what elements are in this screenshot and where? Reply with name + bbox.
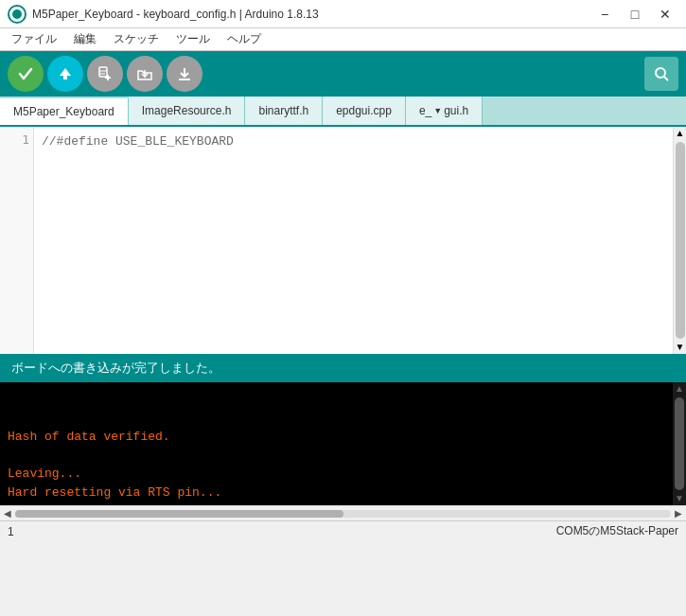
tab-binaryttf[interactable]: binaryttf.h (245, 97, 323, 125)
console-scroll-thumb[interactable] (675, 397, 684, 490)
horizontal-scrollbar[interactable]: ◀ ▶ (0, 505, 686, 520)
scroll-thumb-v[interactable] (676, 142, 685, 339)
console-line-5: Hard resetting via RTS pin... (8, 484, 665, 502)
console-line-4: Leaving... (8, 465, 665, 484)
console-scroll-down[interactable]: ▼ (673, 492, 686, 505)
upload-button[interactable] (47, 56, 83, 92)
console-content: Hash of data verified. Leaving... Hard r… (0, 382, 673, 505)
console-line-2: Hash of data verified. (8, 428, 665, 447)
app-logo-icon (8, 5, 26, 24)
svg-point-10 (656, 68, 665, 78)
tab-epdgui-cpp[interactable]: epdgui.cpp (323, 97, 406, 125)
scroll-down-arrow[interactable]: ▼ (674, 341, 687, 354)
h-scroll-track[interactable] (15, 510, 671, 518)
save-button[interactable] (167, 56, 202, 92)
editor-scrollbar-v[interactable]: ▲ ▼ (673, 127, 686, 354)
status-line-number: 1 (8, 525, 14, 538)
open-button[interactable] (127, 56, 163, 92)
close-button[interactable]: ✕ (652, 5, 678, 24)
title-bar: M5Paper_Keyboard - keyboard_config.h | A… (0, 0, 686, 28)
menu-tools[interactable]: ツール (168, 29, 218, 49)
code-editor[interactable]: //#define USE_BLE_KEYBOARD (34, 127, 673, 354)
console-line-3 (8, 447, 665, 466)
tab-m5paper-keyboard[interactable]: M5Paper_Keyboard (0, 98, 129, 127)
minimize-button[interactable]: − (591, 5, 618, 24)
tabs-bar: M5Paper_Keyboard ImageResource.h binaryt… (0, 97, 686, 127)
console-scroll-up[interactable]: ▲ (673, 382, 686, 396)
maximize-button[interactable]: □ (622, 5, 648, 24)
toolbar (0, 51, 686, 97)
scroll-left-arrow[interactable]: ◀ (2, 508, 13, 519)
scroll-right-arrow[interactable]: ▶ (673, 508, 684, 519)
h-scroll-thumb[interactable] (15, 510, 343, 518)
console-area: Hash of data verified. Leaving... Hard r… (0, 382, 686, 505)
line-number: 1 (4, 132, 29, 147)
window-title: M5Paper_Keyboard - keyboard_config.h | A… (32, 8, 319, 21)
console-line-1 (8, 410, 665, 429)
menu-edit[interactable]: 編集 (66, 29, 104, 49)
svg-line-11 (664, 77, 668, 80)
menu-help[interactable]: ヘルプ (220, 29, 269, 49)
status-board-info: COM5のM5Stack-Paper (556, 523, 678, 539)
verify-button[interactable] (8, 56, 44, 92)
line-numbers: 1 (0, 127, 34, 354)
status-bar: 1 COM5のM5Stack-Paper (0, 520, 686, 541)
svg-marker-2 (60, 68, 71, 76)
editor-area: 1 //#define USE_BLE_KEYBOARD ▲ ▼ (0, 127, 686, 354)
new-button[interactable] (87, 56, 123, 92)
menu-file[interactable]: ファイル (4, 29, 64, 49)
menu-bar: ファイル 編集 スケッチ ツール ヘルプ (0, 28, 686, 51)
svg-rect-4 (99, 67, 107, 77)
scroll-up-arrow[interactable]: ▲ (674, 127, 687, 140)
svg-rect-3 (63, 76, 67, 79)
search-button[interactable] (644, 57, 678, 91)
upload-status-text: ボードへの書き込みが完了しました。 (11, 360, 220, 377)
tab-epdgui-h[interactable]: e_ ▼ gui.h (406, 97, 483, 125)
window-controls: − □ ✕ (591, 5, 678, 24)
console-scrollbar[interactable]: ▲ ▼ (673, 382, 686, 505)
tab-imageresource[interactable]: ImageResource.h (129, 97, 246, 125)
svg-point-1 (12, 9, 22, 19)
tab-dropdown-icon: ▼ (433, 106, 442, 115)
menu-sketch[interactable]: スケッチ (106, 29, 167, 49)
output-label: ボードへの書き込みが完了しました。 (0, 354, 686, 382)
